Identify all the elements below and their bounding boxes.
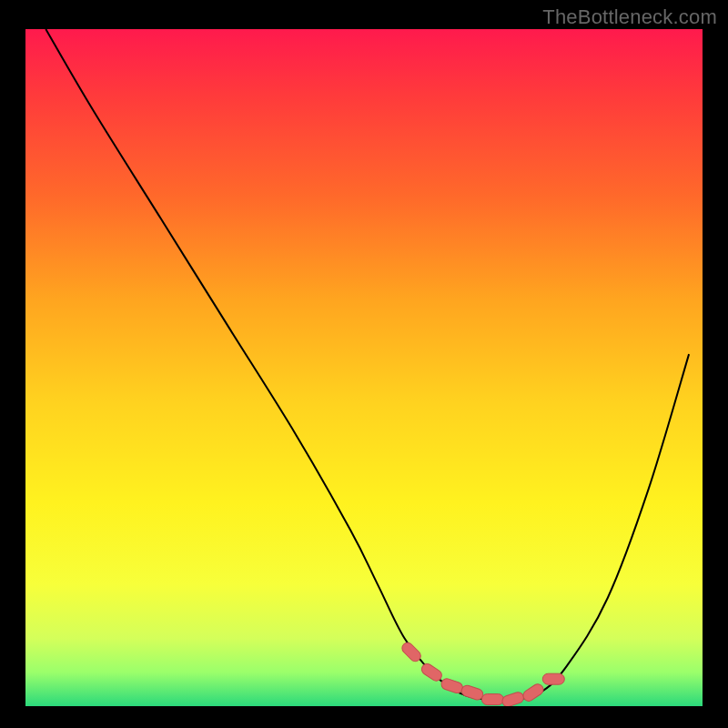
- marker-pill: [542, 673, 564, 684]
- watermark-text: TheBottleneck.com: [542, 5, 717, 29]
- marker-pill: [481, 694, 503, 705]
- chart-frame: TheBottleneck.com: [0, 0, 728, 728]
- bottleneck-chart: [25, 29, 703, 706]
- plot-area: [25, 29, 703, 706]
- gradient-background: [25, 29, 703, 706]
